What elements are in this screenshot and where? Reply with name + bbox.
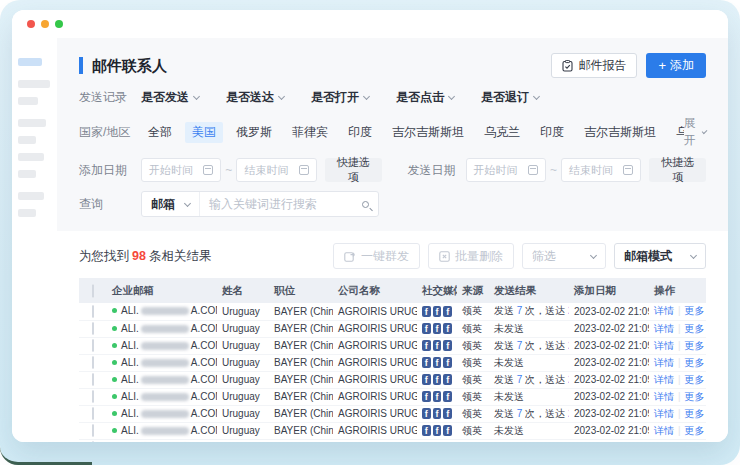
detail-link[interactable]: 详情 <box>654 323 674 334</box>
table-row: ALI.A.COMUruguayBAYER (China)AGROIRIS UR… <box>79 388 706 405</box>
row-checkbox[interactable] <box>92 373 94 386</box>
sidebar-item[interactable] <box>18 97 38 105</box>
detail-link[interactable]: 详情 <box>654 340 674 351</box>
facebook-icon[interactable]: f <box>422 340 431 351</box>
row-checkbox[interactable] <box>92 339 94 352</box>
expand-toggle[interactable]: 展开 <box>684 115 707 149</box>
country-chip-selected[interactable]: 美国 <box>185 122 223 143</box>
more-link[interactable]: 更多 <box>685 340 706 351</box>
row-checkbox[interactable] <box>92 305 94 318</box>
row-checkbox[interactable] <box>92 407 94 420</box>
filter-select[interactable]: 筛选 <box>522 243 606 269</box>
row-checkbox[interactable] <box>92 390 94 403</box>
more-link[interactable]: 更多 <box>685 374 706 385</box>
filter-dropdown-4[interactable]: 是否点击 <box>396 89 454 106</box>
facebook-icon[interactable]: f <box>443 340 452 351</box>
maximize-window-button[interactable] <box>55 20 63 28</box>
detail-link[interactable]: 详情 <box>654 357 674 368</box>
facebook-icon[interactable]: f <box>422 306 431 317</box>
row-checkbox[interactable] <box>92 441 94 442</box>
facebook-icon[interactable]: f <box>433 408 442 419</box>
facebook-icon[interactable]: f <box>443 425 452 436</box>
sidebar-item[interactable] <box>18 153 44 161</box>
position-cell: BAYER (China) <box>269 405 333 422</box>
more-link[interactable]: 更多 <box>685 442 706 443</box>
facebook-icon[interactable]: f <box>433 374 442 385</box>
facebook-icon[interactable]: f <box>443 408 452 419</box>
facebook-icon[interactable]: f <box>422 323 431 334</box>
country-chip[interactable]: 印度 <box>341 122 379 143</box>
add-date-quick-options-button[interactable]: 快捷选项 <box>325 158 382 182</box>
country-chip[interactable]: 吉尔吉斯斯坦 <box>577 122 663 143</box>
facebook-icon[interactable]: f <box>422 357 431 368</box>
add-button[interactable]: + 添加 <box>646 53 706 78</box>
more-link[interactable]: 更多 <box>685 408 706 419</box>
query-field-select[interactable]: 邮箱 <box>142 192 200 216</box>
minimize-window-button[interactable] <box>41 20 49 28</box>
detail-link[interactable]: 详情 <box>654 425 674 436</box>
facebook-icon[interactable]: f <box>422 374 431 385</box>
send-date-end-input[interactable]: 结束时间 <box>561 158 641 182</box>
send-date-quick-options-button[interactable]: 快捷选项 <box>649 158 706 182</box>
sidebar-item[interactable] <box>18 119 46 127</box>
filter-dropdown-1[interactable]: 是否发送 <box>141 89 199 106</box>
batch-delete-button[interactable]: 批量删除 <box>428 243 514 269</box>
sidebar-item[interactable] <box>18 209 36 217</box>
send-date-start-input[interactable]: 开始时间 <box>466 158 546 182</box>
row-checkbox[interactable] <box>92 424 94 437</box>
filter-dropdown-3[interactable]: 是否打开 <box>311 89 369 106</box>
sidebar-item[interactable] <box>18 136 36 144</box>
detail-link[interactable]: 详情 <box>654 442 674 443</box>
select-all-checkbox[interactable] <box>92 284 94 298</box>
add-date-start-input[interactable]: 开始时间 <box>141 158 221 182</box>
facebook-icon[interactable]: f <box>422 408 431 419</box>
detail-link[interactable]: 详情 <box>654 408 674 419</box>
country-chip[interactable]: 乌克兰 <box>669 122 684 143</box>
social-cell: fff <box>417 405 457 422</box>
facebook-icon[interactable]: f <box>433 306 442 317</box>
more-link[interactable]: 更多 <box>685 425 706 436</box>
query-label: 查询 <box>79 196 141 213</box>
country-chip[interactable]: 菲律宾 <box>285 122 335 143</box>
facebook-icon[interactable]: f <box>443 391 452 402</box>
facebook-icon[interactable]: f <box>433 340 442 351</box>
detail-link[interactable]: 详情 <box>654 374 674 385</box>
search-input[interactable]: 输入关键词进行搜索 <box>200 192 378 216</box>
row-checkbox[interactable] <box>92 356 94 369</box>
facebook-icon[interactable]: f <box>433 357 442 368</box>
mail-report-button[interactable]: 邮件报告 <box>551 53 637 78</box>
sidebar-item-active[interactable] <box>18 58 42 66</box>
more-link[interactable]: 更多 <box>685 305 706 316</box>
sidebar-item[interactable] <box>18 170 36 178</box>
country-chip[interactable]: 吉尔吉斯斯坦 <box>385 122 471 143</box>
facebook-icon[interactable]: f <box>422 391 431 402</box>
filter-dropdown-2[interactable]: 是否送达 <box>226 89 284 106</box>
facebook-icon[interactable]: f <box>433 323 442 334</box>
facebook-icon[interactable]: f <box>422 425 431 436</box>
chevron-down-icon <box>193 93 200 100</box>
sidebar-item[interactable] <box>18 80 50 88</box>
detail-link[interactable]: 详情 <box>654 305 674 316</box>
facebook-icon[interactable]: f <box>433 425 442 436</box>
close-window-button[interactable] <box>27 20 35 28</box>
sidebar-item[interactable] <box>18 192 44 200</box>
detail-link[interactable]: 详情 <box>654 391 674 402</box>
filter-dropdown-5[interactable]: 是否退订 <box>481 89 539 106</box>
facebook-icon[interactable]: f <box>443 323 452 334</box>
add-date-end-input[interactable]: 结束时间 <box>236 158 316 182</box>
row-checkbox[interactable] <box>92 322 94 335</box>
more-link[interactable]: 更多 <box>685 391 706 402</box>
mass-send-button[interactable]: 一键群发 <box>333 243 420 269</box>
facebook-icon[interactable]: f <box>443 357 452 368</box>
more-link[interactable]: 更多 <box>685 323 706 334</box>
search-placeholder: 输入关键词进行搜索 <box>209 196 317 213</box>
country-chip[interactable]: 俄罗斯 <box>229 122 279 143</box>
facebook-icon[interactable]: f <box>443 306 452 317</box>
more-link[interactable]: 更多 <box>685 357 706 368</box>
country-chip[interactable]: 印度 <box>533 122 571 143</box>
facebook-icon[interactable]: f <box>433 391 442 402</box>
country-chip[interactable]: 乌克兰 <box>477 122 527 143</box>
country-chip[interactable]: 全部 <box>141 122 179 143</box>
facebook-icon[interactable]: f <box>443 374 452 385</box>
mode-select[interactable]: 邮箱模式 <box>614 243 706 269</box>
